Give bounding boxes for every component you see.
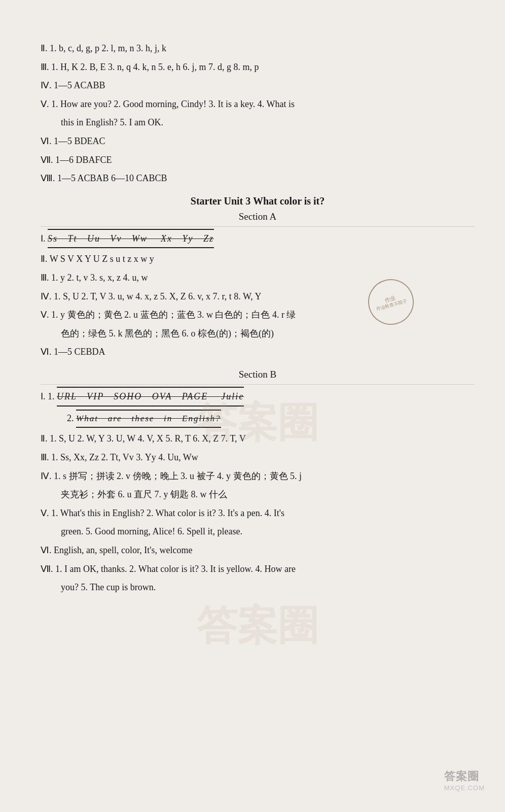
watermark-sub: MXQE.COM — [444, 784, 485, 792]
page-content: 答案圈 答案圈 Ⅱ. 1. b, c, d, g, p 2. l, m, n 3… — [41, 41, 475, 595]
sb-line-r1b: 2. What are these in English? — [41, 410, 475, 428]
sb-line-r5b: green. 5. Good morning, Alice! 6. Spell … — [41, 524, 475, 539]
sb-line-r2: Ⅱ. 1. S, U 2. W, Y 3. U, W 4. V, X 5. R,… — [41, 431, 475, 447]
sa-line-r3: Ⅲ. 1. y 2. t, v 3. s, x, z 4. u, w — [41, 270, 475, 286]
section-b-header: Section B — [41, 369, 475, 380]
sb-line-r7b: you? 5. The cup is brown. — [41, 580, 475, 595]
line-roman4: Ⅳ. 1—5 ACABB — [41, 78, 475, 93]
divider-mid — [41, 384, 475, 385]
sa-strikethrough-1: Ss Tt Uu Vv Ww Xx Yy Zz — [48, 229, 214, 249]
unit3-title: Starter Unit 3 What color is it? — [41, 195, 475, 207]
sb-line-r3: Ⅲ. 1. Ss, Xx, Zz 2. Tt, Vv 3. Yy 4. Uu, … — [41, 450, 475, 465]
sa-line-r1: Ⅰ. Ss Tt Uu Vv Ww Xx Yy Zz — [41, 229, 475, 249]
sb-line-r7a: Ⅶ. 1. I am OK, thanks. 2. What color is … — [41, 561, 475, 577]
line-roman6: Ⅵ. 1—5 BDEAC — [41, 133, 475, 149]
sb-line-r5a: Ⅴ. 1. What's this in English? 2. What co… — [41, 505, 475, 521]
sb-line-r6: Ⅵ. English, an, spell, color, It's, welc… — [41, 543, 475, 558]
line-roman8: Ⅷ. 1—5 ACBAB 6—10 CABCB — [41, 171, 475, 186]
sb-line-r4b: 夹克衫；外套 6. u 直尺 7. y 钥匙 8. w 什么 — [41, 487, 475, 502]
bg-watermark-2: 答案圈 — [197, 599, 318, 654]
sb-strikethrough-1: URL VIP SOHO OVA PAGE Julie — [57, 387, 244, 407]
sb-strikethrough-2: What are these in English? — [76, 410, 221, 428]
divider-top — [41, 226, 475, 227]
section-a-header: Section A — [41, 211, 475, 222]
line-roman3: Ⅲ. 1. H, K 2. B, E 3. n, q 4. k, n 5. e,… — [41, 59, 475, 75]
watermark-main: 答案圈 — [444, 769, 485, 784]
watermark-block: 答案圈 MXQE.COM — [444, 769, 485, 792]
sb-line-r4a: Ⅳ. 1. s 拼写；拼读 2. v 傍晚；晚上 3. u 被子 4. y 黄色… — [41, 468, 475, 484]
line-roman2: Ⅱ. 1. b, c, d, g, p 2. l, m, n 3. h, j, … — [41, 41, 475, 56]
sa-line-r5b: 色的；绿色 5. k 黑色的；黑色 6. o 棕色(的)；褐色(的) — [41, 326, 475, 342]
sb-line-r1a: Ⅰ. 1. URL VIP SOHO OVA PAGE Julie — [41, 387, 475, 407]
sa-line-r6: Ⅵ. 1—5 CEBDA — [41, 344, 475, 360]
line-roman7: Ⅶ. 1—6 DBAFCE — [41, 152, 475, 168]
line-roman5b: this in English? 5. I am OK. — [41, 115, 475, 130]
line-roman5a: Ⅴ. 1. How are you? 2. Good morning, Cind… — [41, 96, 475, 112]
sa-line-r2: Ⅱ. W S V X Y U Z s u t z x w y — [41, 251, 475, 267]
